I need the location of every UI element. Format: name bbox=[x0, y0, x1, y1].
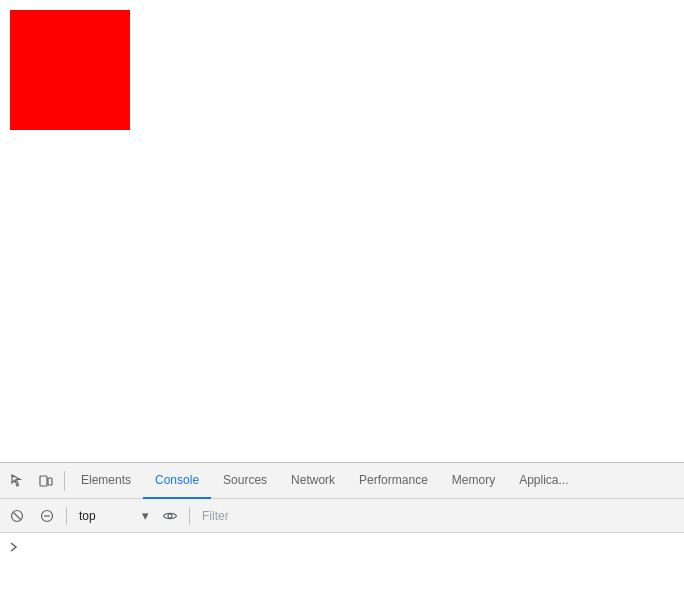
context-select[interactable]: top bbox=[73, 504, 153, 528]
tab-elements[interactable]: Elements bbox=[69, 463, 143, 499]
main-content bbox=[0, 0, 684, 462]
svg-rect-1 bbox=[48, 478, 52, 485]
device-toolbar-icon[interactable] bbox=[32, 467, 60, 495]
tab-memory[interactable]: Memory bbox=[440, 463, 507, 499]
tab-network[interactable]: Network bbox=[279, 463, 347, 499]
red-square bbox=[10, 10, 130, 130]
block-requests-icon[interactable] bbox=[34, 503, 60, 529]
tab-application[interactable]: Applica... bbox=[507, 463, 580, 499]
context-select-wrapper[interactable]: top ▾ bbox=[73, 504, 153, 528]
filter-input-wrapper[interactable] bbox=[196, 504, 680, 528]
tab-console[interactable]: Console bbox=[143, 463, 211, 499]
tab-performance[interactable]: Performance bbox=[347, 463, 440, 499]
svg-rect-0 bbox=[40, 476, 47, 486]
devtools-toolbar: top ▾ bbox=[0, 499, 684, 533]
inspect-element-icon[interactable] bbox=[4, 467, 32, 495]
console-prompt bbox=[8, 537, 676, 560]
devtools-tabs: Elements Console Sources Network Perform… bbox=[0, 463, 684, 499]
console-output bbox=[0, 533, 684, 593]
devtools-panel: Elements Console Sources Network Perform… bbox=[0, 462, 684, 593]
console-prompt-icon bbox=[8, 539, 24, 558]
tab-divider bbox=[64, 471, 65, 491]
filter-divider bbox=[189, 507, 190, 525]
eye-icon[interactable] bbox=[157, 503, 183, 529]
toolbar-divider-1 bbox=[66, 507, 67, 525]
filter-input[interactable] bbox=[196, 504, 680, 528]
tab-sources[interactable]: Sources bbox=[211, 463, 279, 499]
svg-line-3 bbox=[14, 512, 21, 519]
clear-console-icon[interactable] bbox=[4, 503, 30, 529]
svg-point-6 bbox=[168, 514, 172, 518]
